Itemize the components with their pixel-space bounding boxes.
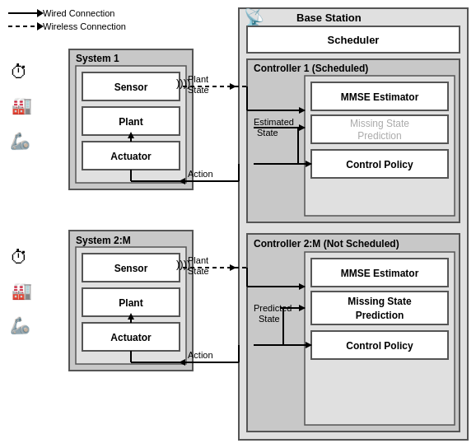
prediction1-label1: Missing State <box>350 118 409 129</box>
plant2-label: Plant <box>119 297 142 309</box>
diagram-svg: Base Station 📡 Scheduler Controller 1 (S… <box>0 0 476 448</box>
diagram-container: Wired Connection Wireless Connection Bas… <box>0 0 476 448</box>
speedometer1-icon: ⏱ <box>10 62 28 82</box>
plant-state2-label1: Plant <box>188 255 208 265</box>
estimated-state-label2: State <box>257 128 278 138</box>
controller2-title: Controller 2:M (Not Scheduled) <box>254 238 399 250</box>
mmse2-label: MMSE Estimator <box>341 268 419 279</box>
factory1-icon: 🏭 <box>12 96 32 115</box>
prediction2-label1: Missing State <box>348 296 412 307</box>
base-station-title: Base Station <box>296 12 362 24</box>
control-policy1-label: Control Policy <box>346 159 413 170</box>
plant1-label: Plant <box>119 116 142 128</box>
predicted-state-label2: State <box>259 314 280 324</box>
system2-title: System 2:M <box>76 235 131 246</box>
plant-state2-label2: State <box>188 266 209 276</box>
controller1-title: Controller 1 (Scheduled) <box>254 63 368 74</box>
control-policy2-label: Control Policy <box>346 340 413 352</box>
actuator1-label: Actuator <box>110 151 152 162</box>
system1-title: System 1 <box>76 53 119 64</box>
action2-label: Action <box>188 350 213 360</box>
plant-state1-label2: State <box>188 85 209 95</box>
factory2-icon: 🏭 <box>12 281 32 301</box>
mmse1-label: MMSE Estimator <box>341 91 419 103</box>
actuator2-label: Actuator <box>110 332 152 343</box>
robot2-icon: 🦾 <box>10 315 30 335</box>
robot1-icon: 🦾 <box>10 131 30 151</box>
antenna-icon: 📡 <box>244 7 264 27</box>
prediction2-label2: Prediction <box>356 310 404 321</box>
plant-state1-label1: Plant <box>188 74 208 84</box>
speedometer2-icon: ⏱ <box>10 247 28 268</box>
action1-label: Action <box>188 169 213 179</box>
prediction1-label2: Prediction <box>357 130 401 142</box>
scheduler-label: Scheduler <box>328 34 380 46</box>
sensor1-label: Sensor <box>114 82 148 93</box>
sensor2-label: Sensor <box>114 263 148 274</box>
estimated-state-label1: Estimated <box>254 117 294 127</box>
